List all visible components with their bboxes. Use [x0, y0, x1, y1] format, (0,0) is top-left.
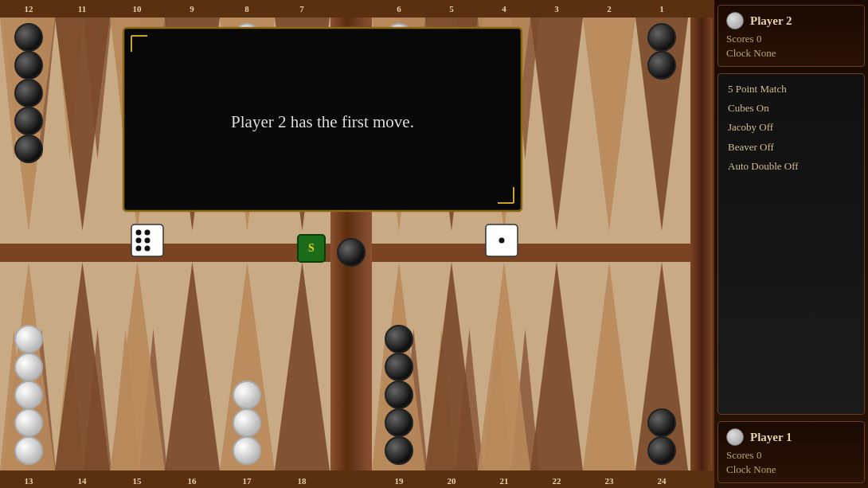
jacoby-info: Jacoby Off [728, 120, 854, 135]
svg-text:4: 4 [502, 4, 506, 14]
svg-point-95 [15, 80, 42, 107]
svg-point-98 [15, 437, 42, 464]
svg-point-124 [145, 238, 151, 244]
svg-point-106 [233, 409, 260, 436]
player2-scores: Scores 0 [726, 33, 856, 45]
right-panel: Player 2 Scores 0 Clock None 5 Point Mat… [713, 0, 868, 488]
svg-point-112 [385, 326, 412, 353]
player2-info: Player 2 Scores 0 Clock None [717, 5, 865, 67]
svg-rect-9 [0, 244, 330, 262]
svg-text:21: 21 [500, 476, 509, 486]
game-container: 12 11 10 9 8 7 6 5 4 3 2 1 13 14 15 16 1… [0, 0, 868, 488]
svg-point-97 [15, 135, 42, 162]
svg-point-94 [15, 52, 42, 79]
svg-text:18: 18 [298, 476, 307, 486]
player2-clock: Clock None [726, 47, 856, 60]
svg-point-103 [648, 437, 675, 464]
svg-point-122 [145, 230, 151, 236]
svg-point-96 [15, 107, 42, 135]
svg-point-89 [648, 52, 675, 79]
player2-name: Player 2 [750, 14, 792, 28]
svg-text:S: S [308, 242, 315, 254]
svg-point-107 [233, 381, 260, 408]
svg-rect-8 [690, 18, 713, 470]
svg-text:23: 23 [605, 476, 615, 486]
player1-clock: Clock None [726, 463, 856, 476]
svg-text:3: 3 [554, 4, 559, 14]
svg-point-105 [233, 437, 260, 464]
svg-point-128 [499, 238, 505, 244]
svg-text:2: 2 [607, 4, 612, 14]
player1-avatar [726, 428, 744, 446]
svg-text:15: 15 [133, 476, 143, 486]
beaver-info: Beaver Off [728, 140, 854, 154]
board-svg: 12 11 10 9 8 7 6 5 4 3 2 1 13 14 15 16 1… [0, 0, 713, 488]
svg-text:5: 5 [449, 4, 454, 14]
svg-text:13: 13 [25, 476, 34, 486]
player1-info: Player 1 Scores 0 Clock None [717, 421, 865, 483]
player1-scores: Scores 0 [726, 449, 856, 462]
svg-text:19: 19 [395, 476, 405, 486]
svg-rect-10 [372, 244, 690, 262]
svg-point-99 [15, 409, 42, 436]
svg-text:11: 11 [78, 4, 86, 14]
svg-text:9: 9 [190, 4, 194, 14]
svg-text:14: 14 [78, 476, 88, 486]
match-info: 5 Point Match [728, 82, 854, 96]
player1-name: Player 1 [750, 431, 792, 444]
svg-text:1: 1 [659, 4, 664, 14]
svg-point-101 [15, 353, 42, 381]
game-info-panel: 5 Point Match Cubes On Jacoby Off Beaver… [717, 73, 865, 415]
svg-point-93 [15, 24, 42, 51]
svg-text:12: 12 [25, 4, 34, 14]
svg-point-108 [385, 437, 412, 464]
svg-point-126 [145, 246, 151, 252]
svg-point-113 [338, 239, 365, 266]
svg-point-102 [15, 326, 42, 353]
svg-text:16: 16 [188, 476, 197, 486]
player2-avatar [726, 12, 744, 29]
svg-point-111 [385, 353, 412, 381]
svg-rect-1 [0, 0, 713, 18]
cubes-info: Cubes On [728, 101, 854, 115]
svg-point-123 [136, 238, 142, 244]
svg-text:8: 8 [244, 4, 249, 14]
svg-point-104 [648, 409, 675, 436]
svg-text:24: 24 [658, 476, 667, 486]
svg-text:6: 6 [397, 4, 401, 14]
auto-double-info: Auto Double Off [728, 159, 854, 174]
svg-text:10: 10 [133, 4, 143, 14]
board-area: 12 11 10 9 8 7 6 5 4 3 2 1 13 14 15 16 1… [0, 0, 713, 488]
svg-point-88 [648, 24, 675, 51]
svg-point-121 [136, 230, 142, 236]
svg-text:Player 2 has the first move.: Player 2 has the first move. [231, 112, 414, 131]
svg-text:20: 20 [448, 476, 457, 486]
svg-point-125 [136, 246, 142, 252]
svg-point-109 [385, 409, 412, 436]
svg-text:22: 22 [553, 476, 562, 486]
svg-text:7: 7 [299, 4, 304, 14]
svg-point-100 [15, 381, 42, 408]
svg-point-110 [385, 381, 412, 408]
svg-text:17: 17 [243, 476, 252, 486]
